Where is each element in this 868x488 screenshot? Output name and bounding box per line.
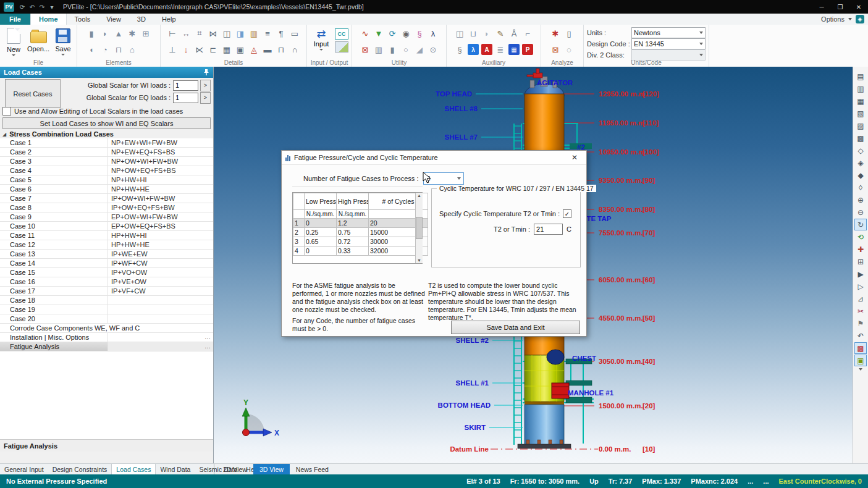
- load-case-row[interactable]: Case 15IP+VO+OW: [0, 268, 213, 277]
- fatigue-cases-select[interactable]: 5: [423, 172, 464, 185]
- set-load-cases-button[interactable]: Set Load Cases to show WI and EQ Scalars: [2, 117, 211, 129]
- load-case-row[interactable]: Case 16IP+VE+OW: [0, 277, 213, 287]
- toolbar-more-icon[interactable]: [859, 368, 862, 371]
- tank-icon[interactable]: ⊙: [427, 42, 439, 57]
- ellipsis-button[interactable]: …: [204, 342, 211, 351]
- undo-icon[interactable]: ↶: [27, 4, 37, 11]
- redo-icon[interactable]: ↷: [37, 4, 47, 11]
- fatigue-table-row[interactable]: 20.250.7515000: [293, 228, 428, 237]
- reset-cases-button[interactable]: Reset Cases: [5, 79, 61, 108]
- image-output-icon[interactable]: [335, 41, 348, 53]
- cone-element-icon[interactable]: ▲: [112, 26, 125, 41]
- mesh-icon[interactable]: ▦: [221, 42, 233, 57]
- dialog-title-bar[interactable]: Fatigue Pressure/Cycle and Cyclic Temper…: [282, 151, 586, 165]
- hopper-icon[interactable]: ▼: [373, 26, 385, 41]
- nozzle-icon[interactable]: ⊢: [166, 26, 179, 41]
- heat-exchanger-icon[interactable]: ∿: [359, 26, 371, 41]
- table-cell[interactable]: 0.25: [305, 228, 337, 237]
- rotate-equipment-icon[interactable]: ⟳: [386, 26, 398, 41]
- scroll-down-icon[interactable]: ▼: [417, 258, 421, 263]
- shell-icon[interactable]: ▮: [386, 42, 398, 57]
- iso-view-2-icon[interactable]: ◈: [854, 157, 867, 169]
- load-case-row[interactable]: Case 1NP+EW+WI+FW+BW: [0, 138, 213, 148]
- lug-icon[interactable]: ⊓: [275, 42, 287, 57]
- load-case-row[interactable]: Case 18: [0, 296, 213, 305]
- table-cell[interactable]: 0.72: [337, 237, 369, 246]
- autocad-icon[interactable]: A: [481, 44, 492, 55]
- view-bottom-icon[interactable]: ▩: [854, 132, 867, 144]
- elliptical-head-icon[interactable]: ◖: [85, 42, 98, 57]
- view-front-icon[interactable]: ▤: [854, 70, 867, 82]
- body-flange-icon[interactable]: ✱: [126, 26, 138, 41]
- lining-icon[interactable]: ◫: [221, 26, 233, 41]
- tray-icon[interactable]: ▥: [248, 26, 260, 41]
- spin-view-icon[interactable]: ⟲: [854, 231, 867, 243]
- clip-icon[interactable]: ⌗: [193, 26, 206, 41]
- bottom-tab-design-constraints[interactable]: Design Constraints: [48, 464, 112, 475]
- brace-icon[interactable]: ⋈: [207, 26, 219, 41]
- eq-scalar-apply-button[interactable]: >: [200, 92, 211, 104]
- close-button[interactable]: ✕: [849, 0, 868, 14]
- insulation-icon[interactable]: ◨: [234, 26, 246, 41]
- load-case-row[interactable]: Case 13IP+WE+EW: [0, 250, 213, 259]
- lambda-icon[interactable]: λ: [427, 26, 439, 41]
- review-icon[interactable]: ◌: [563, 42, 575, 57]
- platform-icon[interactable]: ▭: [289, 26, 301, 41]
- ellipsis-button[interactable]: …: [204, 333, 211, 342]
- lambda-app-icon[interactable]: λ: [468, 44, 479, 55]
- local-scalars-checkbox[interactable]: [2, 107, 11, 116]
- scroll-icon[interactable]: §: [453, 42, 466, 57]
- load-case-row[interactable]: Case 5NP+HW+HI: [0, 175, 213, 185]
- force-icon[interactable]: ↓: [180, 42, 192, 57]
- rotate-view-icon[interactable]: ↻: [854, 219, 867, 230]
- sync-icon[interactable]: ⟳: [17, 4, 27, 11]
- iso-view-1-icon[interactable]: ◇: [854, 145, 867, 156]
- ring-icon[interactable]: ⊏: [207, 42, 219, 57]
- bottom-tab-load-cases[interactable]: Load Cases: [111, 464, 156, 475]
- load-case-row[interactable]: Case 8IP+OW+EQ+FS+BW: [0, 203, 213, 212]
- specify-t2-checkbox[interactable]: ✓: [563, 209, 571, 218]
- load-case-row[interactable]: Fatigue Analysis…: [0, 342, 213, 351]
- table-cell[interactable]: 3: [293, 237, 305, 246]
- skirt-support-icon[interactable]: ⌂: [126, 42, 138, 57]
- tower-icon[interactable]: Å: [508, 26, 520, 41]
- load-case-row[interactable]: Corrode Case Components WE, WF and C: [0, 324, 213, 333]
- zoom-extents-icon[interactable]: ⊞: [854, 256, 867, 267]
- table-scrollbar[interactable]: ▲ ▼: [415, 193, 423, 263]
- exchanger-pair-icon[interactable]: ◫: [453, 26, 466, 41]
- input-button[interactable]: ⇄Input: [310, 28, 332, 53]
- view-tab-news-feed[interactable]: News Feed: [290, 464, 335, 475]
- stiffener-icon[interactable]: ↔: [180, 26, 192, 41]
- delete-icon[interactable]: ⊠: [359, 42, 371, 57]
- load-case-row[interactable]: Case 20: [0, 314, 213, 324]
- cylinder-element-icon[interactable]: ▮: [85, 26, 98, 41]
- weight-icon[interactable]: ◬: [248, 42, 260, 57]
- brace2-icon[interactable]: ⋉: [193, 42, 206, 57]
- packing-icon[interactable]: ≡: [261, 26, 274, 41]
- saddle-icon[interactable]: ⊓: [112, 42, 125, 57]
- incline-icon[interactable]: ◢: [413, 42, 426, 57]
- table-cell[interactable]: 0: [305, 219, 337, 228]
- bottom-tab-wind-data[interactable]: Wind Data: [156, 464, 195, 475]
- table-cell[interactable]: 1.2: [337, 219, 369, 228]
- table-cell[interactable]: 1: [293, 219, 305, 228]
- linked-analysis-icon[interactable]: §: [413, 26, 426, 41]
- table-cell[interactable]: 0.75: [337, 228, 369, 237]
- load-case-row[interactable]: Case 6NP+HW+HE: [0, 185, 213, 194]
- menu-tab-3d[interactable]: 3D: [129, 14, 154, 25]
- view-left-icon[interactable]: ▦: [854, 95, 867, 107]
- welded-head-icon[interactable]: ◔: [99, 42, 111, 57]
- table-cell[interactable]: 2: [293, 228, 305, 237]
- open-button[interactable]: Open...: [28, 28, 49, 53]
- load-case-row[interactable]: Case 9EP+OW+WI+FW+BW: [0, 212, 213, 222]
- load-case-row[interactable]: Case 14IP+WF+CW: [0, 259, 213, 268]
- measure-icon[interactable]: ⊿: [854, 293, 867, 305]
- drum-icon[interactable]: ▥: [373, 42, 385, 57]
- load-case-row[interactable]: Case 4NP+OW+EQ+FS+BS: [0, 166, 213, 175]
- fatigue-table-row[interactable]: 400.3332000: [293, 246, 428, 256]
- dialog-close-button[interactable]: ✕: [567, 153, 583, 162]
- zoom-out-icon[interactable]: ⊖: [854, 206, 867, 218]
- annotation-icon[interactable]: ⚑: [854, 318, 867, 329]
- table-cell[interactable]: 0.33: [337, 246, 369, 256]
- cc-icon[interactable]: CC: [335, 28, 348, 40]
